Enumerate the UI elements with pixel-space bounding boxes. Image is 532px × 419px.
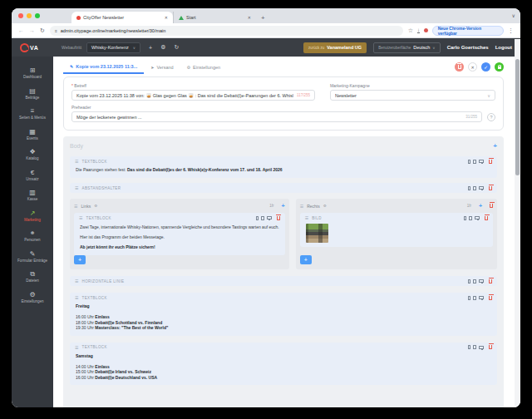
sidebar-item-seiten-menus[interactable]: ≡ Seiten & Menüs <box>12 104 53 125</box>
mobile-visibility-icon[interactable] <box>464 216 466 220</box>
tablet-visibility-icon[interactable] <box>261 216 264 220</box>
bookmark-star-icon[interactable]: ☆ <box>408 27 413 34</box>
browser-tab-start[interactable]: Start ✕ <box>173 12 256 23</box>
desktop-visibility-icon[interactable] <box>267 216 272 219</box>
sidebar-item-katalog[interactable]: ❖ Katalog <box>12 145 53 165</box>
drag-handle-icon[interactable]: ☰ <box>305 215 308 220</box>
desktop-visibility-icon[interactable] <box>479 346 484 349</box>
tab-editor[interactable]: ✎ Kopie vom 23.12.2025 11:3... <box>63 60 144 74</box>
help-icon[interactable]: ? <box>487 113 495 121</box>
sidebar-item-dateien[interactable]: ⧉ Dateien <box>12 267 53 288</box>
add-block-button[interactable]: + <box>493 142 497 150</box>
delete-block-icon[interactable] <box>489 186 492 190</box>
status-button[interactable] <box>495 62 504 71</box>
back-icon[interactable]: ← <box>18 27 24 33</box>
downloads-icon[interactable]: ↓ <box>417 27 420 33</box>
delete-newsletter-button[interactable] <box>455 62 464 71</box>
delete-block-icon[interactable] <box>489 279 492 283</box>
back-to-account-button[interactable]: zurück zu Vanameland UG <box>303 42 367 53</box>
delete-block-icon[interactable] <box>485 216 488 220</box>
mobile-visibility-icon[interactable] <box>468 279 470 283</box>
kampagne-select[interactable]: Newsletter ∨ <box>330 90 495 101</box>
tablet-visibility-icon[interactable] <box>473 296 476 300</box>
drag-handle-icon[interactable]: ☰ <box>79 215 82 220</box>
cancel-button[interactable]: ✕ <box>468 62 477 71</box>
block-abstandshalter[interactable]: ☰ ABSTANDSHALTER <box>70 183 497 193</box>
mobile-visibility-icon[interactable] <box>256 216 259 220</box>
zoom-window-button[interactable] <box>35 13 40 18</box>
close-window-button[interactable] <box>18 13 23 18</box>
site-info-icon[interactable]: ≡ <box>55 28 57 33</box>
sidebar-item-events[interactable]: ▦ Events <box>12 125 53 145</box>
sidebar-item-formular-eintraege[interactable]: ✎ Formular Einträge <box>12 247 53 268</box>
drag-handle-icon[interactable]: ☰ <box>74 204 77 209</box>
tab-einstellungen[interactable]: ⚙ Einstellungen <box>180 60 228 74</box>
page-scrollbar[interactable] <box>515 39 520 407</box>
desktop-visibility-icon[interactable] <box>479 296 484 299</box>
block-horizontale-linie[interactable]: ☰ HORIZONTALE LINIE <box>70 276 497 286</box>
logout-button[interactable]: Logout <box>495 45 512 50</box>
tablet-visibility-icon[interactable] <box>473 186 476 190</box>
current-user[interactable]: Carlo Goertsches <box>447 45 489 50</box>
app-logo[interactable]: VA <box>20 43 57 52</box>
browser-menu-icon[interactable]: ⋮ <box>508 27 514 34</box>
tab-versand[interactable]: ➤ Versand <box>144 60 180 74</box>
url-omnibox[interactable]: ≡ admin.citypage.online/marketing/newsle… <box>50 26 403 36</box>
site-settings-icon[interactable]: ⚙ <box>160 44 165 51</box>
desktop-visibility-icon[interactable] <box>479 160 484 163</box>
tablet-visibility-icon[interactable] <box>473 279 476 283</box>
scrollbar-thumb[interactable] <box>515 59 520 175</box>
tablet-visibility-icon[interactable] <box>473 345 476 349</box>
drag-handle-icon[interactable]: ☰ <box>300 204 303 209</box>
sidebar-item-beitraege[interactable]: ▤ Beiträge <box>12 84 53 105</box>
desktop-visibility-icon[interactable] <box>479 186 484 190</box>
reload-icon[interactable]: ↻ <box>40 27 45 34</box>
block-textblock-freitag[interactable]: ☰ TEXTBLOCK Freitag <box>70 293 497 336</box>
new-tab-button[interactable]: + <box>261 14 265 22</box>
delete-block-icon[interactable] <box>277 216 280 220</box>
sidebar-item-dashboard[interactable]: ⊞ Dashboard <box>12 63 53 84</box>
block-bild[interactable]: ☰ BILD <box>300 213 493 247</box>
add-column-block-button[interactable]: + <box>282 203 285 209</box>
delete-block-icon[interactable] <box>489 345 492 349</box>
desktop-visibility-icon[interactable] <box>475 216 480 219</box>
block-textblock-left[interactable]: ☰ TEXTBLOCK <box>74 213 285 255</box>
block-textblock-samstag[interactable]: ☰ TEXTBLOCK Samstag <box>70 343 497 386</box>
add-site-button[interactable]: + <box>149 45 152 51</box>
sidebar-item-kasse[interactable]: ▥ Kasse <box>12 185 53 206</box>
save-button[interactable]: ✓ <box>481 62 490 71</box>
sidebar-item-einstellungen[interactable]: ⚙ Einstellungen <box>12 288 53 308</box>
close-tab-icon[interactable]: ✕ <box>165 15 168 20</box>
betreff-input[interactable]: Kopie vom 23.12.2025 11:38 von: 🥃 Glas g… <box>71 90 315 101</box>
site-select[interactable]: Whisky-Konferenz ∨ <box>86 42 140 53</box>
sidebar-item-marketing[interactable]: ↗ Marketing <box>12 206 53 227</box>
column-settings-icon[interactable]: ⚙ <box>94 204 97 208</box>
close-tab-icon[interactable]: ✕ <box>248 15 251 20</box>
delete-block-icon[interactable] <box>489 296 492 300</box>
add-column-block-button[interactable]: + <box>479 203 482 209</box>
sidebar-item-umsatz[interactable]: € Umsatz <box>12 165 53 186</box>
language-select[interactable]: Benutzeroberfläche Deutsch ∨ <box>373 42 441 53</box>
mobile-visibility-icon[interactable] <box>468 296 470 300</box>
tab-search-chevron-icon[interactable]: ∨ <box>512 12 515 18</box>
drag-handle-icon[interactable]: ☰ <box>75 185 78 190</box>
drag-handle-icon[interactable]: ☰ <box>75 279 78 283</box>
mobile-visibility-icon[interactable] <box>468 186 470 190</box>
add-block-in-column-button[interactable]: + <box>74 255 86 264</box>
tablet-visibility-icon[interactable] <box>469 216 472 220</box>
drag-handle-icon[interactable]: ☰ <box>75 345 78 350</box>
delete-column-icon[interactable] <box>490 204 493 208</box>
minimize-window-button[interactable] <box>27 13 32 18</box>
delete-block-icon[interactable] <box>489 160 492 164</box>
newsletter-image-thumbnail[interactable] <box>306 224 328 243</box>
extension-icon[interactable] <box>424 28 428 32</box>
drag-handle-icon[interactable]: ☰ <box>75 159 78 164</box>
preheader-input[interactable]: Möge der leckerere gewinnen ... 31/255 <box>71 111 482 122</box>
add-block-in-column-button[interactable]: + <box>300 255 312 264</box>
mobile-visibility-icon[interactable] <box>468 160 470 164</box>
sidebar-item-personen[interactable]: ⚭ Personen <box>12 226 53 247</box>
window-controls[interactable] <box>18 13 40 18</box>
forward-icon[interactable]: → <box>29 27 35 33</box>
chrome-update-button[interactable]: Neue Chrome-Version verfügbar <box>432 26 504 36</box>
mobile-visibility-icon[interactable] <box>468 345 470 349</box>
